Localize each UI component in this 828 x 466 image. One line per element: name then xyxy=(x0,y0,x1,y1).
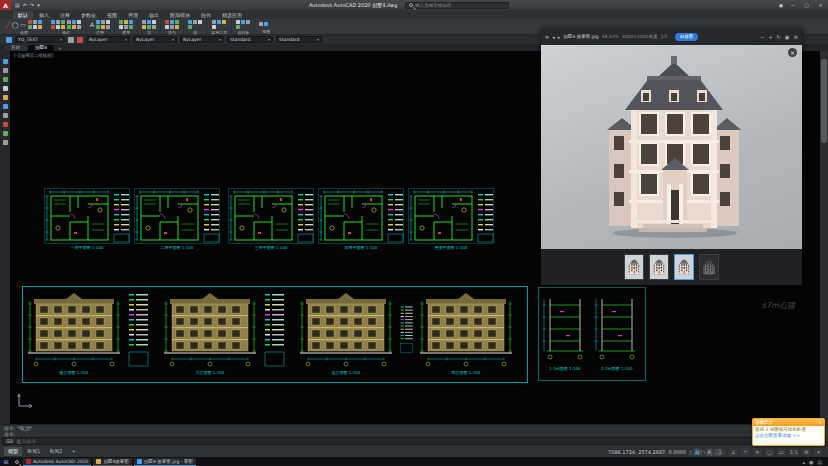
tab-start[interactable]: 开始 xyxy=(4,45,27,51)
transparency-toggle-icon[interactable]: ◯ xyxy=(765,448,774,456)
viewport-controls-label[interactable]: [-][俯视][二维线框] xyxy=(14,53,53,58)
explode-tool-icon[interactable] xyxy=(72,20,76,24)
palette-design-icon[interactable] xyxy=(3,113,8,118)
tab-drawing[interactable]: 别墅4 xyxy=(28,45,54,51)
popup-close-icon[interactable]: × xyxy=(818,420,822,425)
palette-views-icon[interactable] xyxy=(3,140,8,145)
save-icon[interactable]: ▤ xyxy=(15,2,20,8)
zoom-out-icon[interactable]: − xyxy=(760,34,764,40)
mirror-tool-icon[interactable] xyxy=(61,25,65,29)
prev-image-icon[interactable]: ◂ xyxy=(552,34,555,40)
trim-tool-icon[interactable] xyxy=(61,20,65,24)
layer-freeze-icon[interactable] xyxy=(124,20,128,24)
redo-icon[interactable]: ↷ xyxy=(30,2,34,8)
thumbnail-4[interactable] xyxy=(699,254,719,280)
fullscreen-icon[interactable]: ▣ xyxy=(785,34,790,40)
layer-props-icon[interactable] xyxy=(124,25,128,29)
taskbar-button-folder[interactable]: 别墅4效果图 xyxy=(93,458,131,466)
layer-color-icon[interactable] xyxy=(119,25,123,29)
palette-xref-icon[interactable] xyxy=(3,95,8,100)
tray-network-icon[interactable]: ● xyxy=(809,459,813,465)
array-tool-icon[interactable] xyxy=(72,25,76,29)
osnap-toggle-icon[interactable]: ⌖ xyxy=(741,448,750,456)
minimize-button[interactable]: ─ xyxy=(788,2,797,8)
layout1-tab[interactable]: 布局1 xyxy=(23,447,44,456)
autocad-logo-icon[interactable]: A xyxy=(0,0,11,10)
block-editor-icon[interactable] xyxy=(147,25,151,29)
quickselect-icon[interactable] xyxy=(217,20,221,24)
close-button[interactable]: × xyxy=(816,2,825,8)
thumbnail-3[interactable] xyxy=(674,254,694,280)
circle-tool-icon[interactable]: ◯ xyxy=(12,21,19,29)
color-swatch-icon[interactable] xyxy=(77,37,83,43)
start-button-icon[interactable]: ⊞ xyxy=(0,458,12,465)
centerline-tool-icon[interactable] xyxy=(106,25,110,29)
quickcalc-icon[interactable] xyxy=(222,20,226,24)
palette-markup-icon[interactable] xyxy=(3,122,8,127)
group-edit-icon[interactable] xyxy=(198,20,202,24)
fillet-tool-icon[interactable] xyxy=(67,20,71,24)
dimstyle-combo[interactable]: Standard▾ xyxy=(227,36,273,43)
maximize-button[interactable]: ▢ xyxy=(802,2,811,8)
selection-cycling-icon[interactable]: ▭ xyxy=(777,448,786,456)
tablestyle-combo[interactable]: Standard▾ xyxy=(276,36,322,43)
ribbon-tab-insert[interactable]: 插入 xyxy=(34,11,54,19)
ribbon-tab-home[interactable]: 默认 xyxy=(13,11,33,19)
thumbnail-1[interactable] xyxy=(624,254,644,280)
palette-properties-icon[interactable] xyxy=(3,59,8,64)
vertical-scrollbar[interactable] xyxy=(820,51,828,424)
ribbon-tab-featured[interactable]: 精选应用 xyxy=(217,11,247,19)
measure-icon[interactable] xyxy=(212,20,216,24)
viewer-close-icon[interactable]: × xyxy=(788,48,797,57)
annotation-scale-value[interactable]: 1:1 xyxy=(789,448,799,456)
copy-clip-icon[interactable] xyxy=(241,20,245,24)
point-tool-icon[interactable] xyxy=(33,25,37,29)
layer-icon[interactable] xyxy=(68,37,74,43)
ribbon-tab-output[interactable]: 输出 xyxy=(144,11,164,19)
line-tool-icon[interactable]: ╱ xyxy=(6,21,10,29)
layer-lock-icon[interactable] xyxy=(129,20,133,24)
dimstyle-tool-icon[interactable] xyxy=(101,25,105,29)
new-layout-button[interactable]: + xyxy=(67,447,79,456)
ribbon-tab-collaborate[interactable]: 协作 xyxy=(196,11,216,19)
linetype-combo[interactable]: ByLayer▾ xyxy=(133,36,177,43)
lineweight-combo[interactable]: ByLayer▾ xyxy=(180,36,224,43)
taskbar-button-autocad[interactable]: Autodesk AutoCAD 2020 xyxy=(23,458,91,466)
color-combo[interactable]: ByLayer▾ xyxy=(86,36,130,43)
group-select-icon[interactable] xyxy=(188,25,192,29)
taskbar-search-icon[interactable] xyxy=(12,457,22,466)
rotate-tool-icon[interactable] xyxy=(56,20,60,24)
palette-hatch-icon[interactable] xyxy=(3,86,8,91)
next-image-icon[interactable]: ▸ xyxy=(558,34,561,40)
color-prop-icon[interactable] xyxy=(165,20,169,24)
ribbon-tab-view[interactable]: 视图 xyxy=(102,11,122,19)
undo-icon[interactable]: ↶ xyxy=(23,2,27,8)
rectangle-tool-icon[interactable]: ▭ xyxy=(20,21,26,29)
user-account-icon[interactable]: ◉ xyxy=(779,2,783,8)
copy-tool-icon[interactable] xyxy=(56,25,60,29)
palette-count-icon[interactable] xyxy=(3,131,8,136)
lineweight-prop-icon[interactable] xyxy=(175,20,179,24)
status-overflow-icon[interactable]: ▾ xyxy=(814,448,823,456)
erase-tool-icon[interactable] xyxy=(51,25,55,29)
text-style-combo[interactable]: YQ_TEXT▾ xyxy=(15,36,65,43)
new-drawing-tab-button[interactable]: + xyxy=(55,46,65,51)
help-search-box[interactable]: 键入关键字或短语 xyxy=(405,2,509,9)
paste-special-icon[interactable] xyxy=(236,25,240,29)
model-tab[interactable]: 模型 xyxy=(4,447,22,456)
scale-tool-icon[interactable] xyxy=(67,25,71,29)
zoom-in-icon[interactable]: + xyxy=(768,34,772,40)
linetype-prop-icon[interactable] xyxy=(170,20,174,24)
edit-block-icon[interactable] xyxy=(152,20,156,24)
table-tool-icon[interactable] xyxy=(106,20,110,24)
move-tool-icon[interactable] xyxy=(51,20,55,24)
polar-toggle-icon[interactable]: ∠ xyxy=(729,448,738,456)
create-block-icon[interactable] xyxy=(147,20,151,24)
tray-expand-icon[interactable]: ▴ xyxy=(802,459,805,465)
spline-tool-icon[interactable] xyxy=(38,25,42,29)
viewer-menu-icon[interactable]: ≡ xyxy=(545,34,549,40)
rotate-icon[interactable]: ↻ xyxy=(777,34,781,40)
insert-block-icon[interactable] xyxy=(142,20,146,24)
paste-icon[interactable] xyxy=(236,20,240,24)
layer-on-icon[interactable] xyxy=(119,20,123,24)
